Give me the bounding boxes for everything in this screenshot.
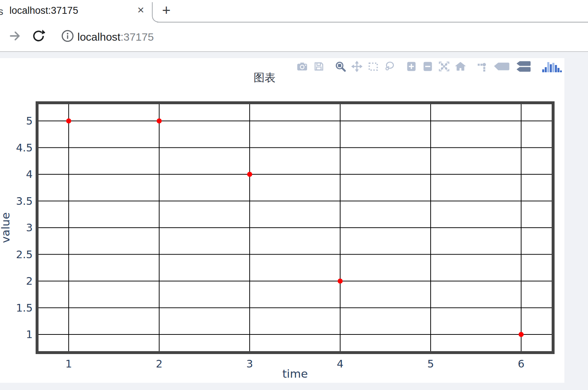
chart-title: 图表	[254, 71, 275, 84]
data-point[interactable]	[338, 279, 343, 284]
y-tick-label: 2	[26, 275, 33, 287]
url-host: localhost	[77, 31, 120, 43]
x-tick-label: 3	[246, 358, 253, 370]
url-text[interactable]: localhost:37175	[77, 31, 154, 43]
data-point[interactable]	[247, 172, 252, 177]
data-point[interactable]	[66, 118, 71, 123]
reload-icon[interactable]	[32, 29, 45, 42]
page-info-icon[interactable]	[61, 29, 74, 42]
y-tick-label: 4.5	[16, 142, 33, 154]
y-tick-label: 5	[26, 115, 33, 127]
x-axis-title: time	[282, 367, 308, 380]
tab-bar: s localhost:37175 × +	[0, 0, 588, 23]
tab-outline	[146, 0, 163, 23]
partial-favicon-icon: s	[0, 6, 3, 17]
y-tick-label: 2.5	[16, 248, 33, 261]
y-tick-label: 1.5	[16, 302, 33, 314]
y-tick-label: 4	[26, 168, 33, 180]
data-point[interactable]	[157, 118, 162, 123]
url-port: :37175	[120, 31, 154, 43]
browser-tab[interactable]: localhost:37175	[9, 5, 78, 16]
forward-arrow-icon[interactable]	[9, 29, 22, 42]
x-tick-label: 1	[65, 358, 72, 370]
y-tick-label: 3.5	[16, 195, 33, 207]
tab-close-button[interactable]: ×	[137, 4, 144, 16]
browser-window: s localhost:37175 × + localhost:37175	[0, 0, 588, 390]
x-tick-label: 4	[337, 358, 343, 370]
x-tick-label: 2	[156, 358, 162, 370]
new-tab-button[interactable]: +	[162, 3, 170, 17]
x-tick-label: 6	[518, 358, 524, 370]
scatter-chart: 图表 time value 12345654.543.532.521.51	[0, 58, 564, 383]
web-page: 图表 time value 12345654.543.532.521.51	[0, 51, 588, 390]
y-tick-label: 3	[26, 222, 33, 234]
tab-strip-divider	[157, 22, 588, 23]
data-point[interactable]	[519, 332, 524, 337]
y-tick-label: 1	[26, 328, 33, 341]
y-axis-title: value	[0, 212, 12, 243]
x-tick-label: 5	[427, 358, 434, 370]
address-bar: localhost:37175	[0, 23, 588, 52]
